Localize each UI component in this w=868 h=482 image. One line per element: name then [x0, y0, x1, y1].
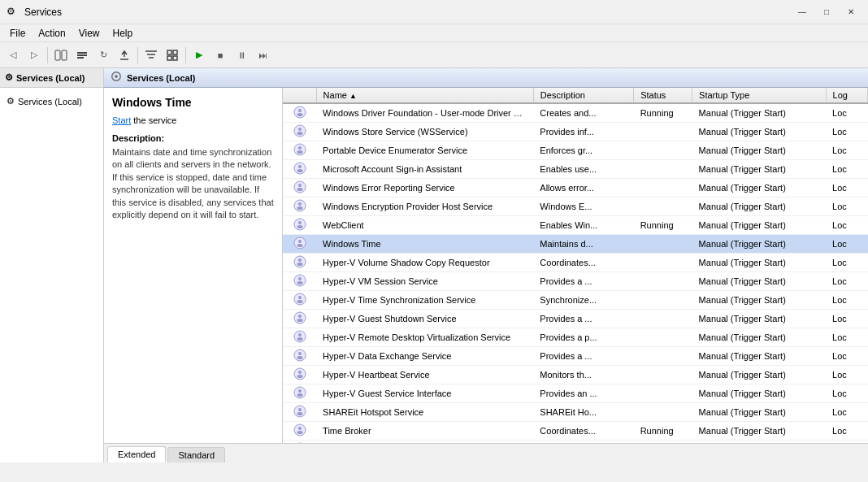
row-status — [634, 384, 692, 403]
properties-button[interactable] — [72, 46, 92, 65]
row-log-on-as: Loc — [826, 347, 867, 366]
table-row[interactable]: Windows Encryption Provider Host Service… — [283, 198, 868, 216]
table-row[interactable]: Windows Driver Foundation - User-mode Dr… — [283, 103, 868, 123]
content-panel: Services (Local) Windows Time Start the … — [104, 68, 868, 462]
row-startup-type: Manual (Trigger Start) — [692, 310, 826, 328]
table-row[interactable]: Portable Device Enumerator ServiceEnforc… — [283, 141, 868, 160]
row-startup-type: Manual (Trigger Start) — [692, 179, 826, 198]
info-panel: Windows Time Start the service Descripti… — [104, 88, 283, 443]
row-log-on-as: Loc — [826, 160, 867, 179]
maximize-button[interactable]: □ — [816, 4, 837, 20]
row-service-name: Hyper-V Data Exchange Service — [316, 347, 533, 366]
export-button[interactable] — [115, 46, 134, 65]
minimize-button[interactable]: — — [792, 4, 813, 20]
row-startup-type: Manual (Trigger Start) — [692, 141, 826, 160]
help-filter-button[interactable] — [141, 46, 161, 65]
table-row[interactable]: Hyper-V VM Session ServiceProvides a ...… — [283, 272, 868, 291]
row-log-on-as: Loc — [826, 310, 867, 328]
table-row[interactable]: Windows TimeMaintains d...Manual (Trigge… — [283, 235, 868, 254]
title-bar-left: ⚙ Services — [7, 6, 62, 19]
row-startup-type: Manual (Trigger Start) — [692, 198, 826, 216]
row-icon — [283, 103, 316, 123]
row-service-name: WebClient — [316, 216, 533, 235]
svg-point-64 — [297, 431, 302, 434]
row-log-on-as: Loc — [826, 422, 867, 441]
start-service-button[interactable]: ▶ — [189, 46, 209, 65]
th-icon[interactable] — [283, 88, 316, 103]
row-icon — [283, 160, 316, 179]
view-toggle-button[interactable] — [163, 46, 182, 65]
th-status[interactable]: Status — [634, 88, 692, 103]
svg-point-48 — [298, 333, 302, 337]
row-icon — [283, 216, 316, 235]
table-row[interactable]: Hyper-V Heartbeat ServiceMonitors th...M… — [283, 366, 868, 384]
row-service-name: Hyper-V Time Synchronization Service — [316, 291, 533, 310]
th-description[interactable]: Description — [533, 88, 633, 103]
row-status — [634, 310, 692, 328]
row-description: SHAREit Ho... — [533, 403, 633, 422]
table-header: Name ▲ Description Status Startup Type L… — [283, 88, 868, 103]
row-description: Provides a ... — [533, 347, 633, 366]
table-row[interactable]: Touch Keyboard and Handwriting Panel Ser… — [283, 441, 868, 444]
forward-button[interactable]: ▷ — [24, 46, 44, 65]
svg-point-43 — [297, 300, 302, 303]
stop-service-button[interactable]: ■ — [210, 46, 230, 65]
start-service-text: Start the service — [112, 115, 274, 125]
svg-rect-6 — [173, 50, 177, 54]
table-row[interactable]: WebClientEnables Win...RunningManual (Tr… — [283, 216, 868, 235]
restart-service-button[interactable]: ⏭ — [253, 46, 272, 65]
row-description: Provides a p... — [533, 328, 633, 347]
menu-item-action[interactable]: Action — [32, 26, 72, 41]
table-row[interactable]: SHAREit Hotspot ServiceSHAREit Ho...Manu… — [283, 403, 868, 422]
table-row[interactable]: Microsoft Account Sign-in AssistantEnabl… — [283, 160, 868, 179]
row-log-on-as: Loc — [826, 328, 867, 347]
menu-item-view[interactable]: View — [72, 26, 106, 41]
svg-point-46 — [297, 319, 302, 322]
table-row[interactable]: Hyper-V Guest Service InterfaceProvides … — [283, 384, 868, 403]
row-status — [634, 347, 692, 366]
table-row[interactable]: Windows Error Reporting ServiceAllows er… — [283, 179, 868, 198]
menu-item-help[interactable]: Help — [106, 26, 140, 41]
refresh-button[interactable]: ↻ — [93, 46, 113, 65]
th-log-on-as[interactable]: Log — [826, 88, 867, 103]
table-row[interactable]: Windows Store Service (WSService)Provide… — [283, 123, 868, 141]
start-service-link[interactable]: Start — [112, 115, 131, 125]
pause-service-button[interactable]: ⏸ — [232, 46, 251, 65]
table-row[interactable]: Hyper-V Guest Shutdown ServiceProvides a… — [283, 310, 868, 328]
svg-rect-7 — [167, 56, 171, 60]
row-status — [634, 179, 692, 198]
table-panel[interactable]: Name ▲ Description Status Startup Type L… — [283, 88, 868, 443]
row-icon — [283, 235, 316, 254]
svg-rect-8 — [173, 56, 177, 60]
row-description: Maintains d... — [533, 235, 633, 254]
row-service-name: Hyper-V Heartbeat Service — [316, 366, 533, 384]
row-status — [634, 291, 692, 310]
show-hide-tree-button[interactable] — [51, 46, 71, 65]
svg-point-24 — [298, 184, 302, 187]
row-status — [634, 441, 692, 444]
tab-extended[interactable]: Extended — [107, 446, 166, 462]
row-service-name: Time Broker — [316, 422, 533, 441]
close-button[interactable]: ✕ — [840, 4, 861, 20]
row-service-name: Hyper-V VM Session Service — [316, 272, 533, 291]
row-startup-type: Manual (Trigger Start) — [692, 216, 826, 235]
th-name[interactable]: Name ▲ — [316, 88, 533, 103]
sidebar-item-services-local[interactable]: ⚙ Services (Local) — [3, 94, 100, 108]
th-startup-type[interactable]: Startup Type — [692, 88, 826, 103]
table-row[interactable]: Hyper-V Remote Desktop Virtualization Se… — [283, 328, 868, 347]
sidebar-icon: ⚙ — [5, 72, 13, 83]
row-icon — [283, 123, 316, 141]
row-status — [634, 272, 692, 291]
table-row[interactable]: Time BrokerCoordinates...RunningManual (… — [283, 422, 868, 441]
row-status — [634, 141, 692, 160]
svg-point-31 — [297, 225, 302, 228]
menu-item-file[interactable]: File — [3, 26, 32, 41]
table-row[interactable]: Hyper-V Data Exchange ServiceProvides a … — [283, 347, 868, 366]
table-row[interactable]: Hyper-V Time Synchronization ServiceSync… — [283, 291, 868, 310]
row-service-name: Windows Time — [316, 235, 533, 254]
table-row[interactable]: Hyper-V Volume Shadow Copy RequestorCoor… — [283, 254, 868, 272]
row-startup-type: Manual (Trigger Start) — [692, 347, 826, 366]
tab-standard[interactable]: Standard — [167, 447, 225, 462]
row-startup-type: Manual (Trigger Start) — [692, 103, 826, 123]
back-button[interactable]: ◁ — [3, 46, 23, 65]
